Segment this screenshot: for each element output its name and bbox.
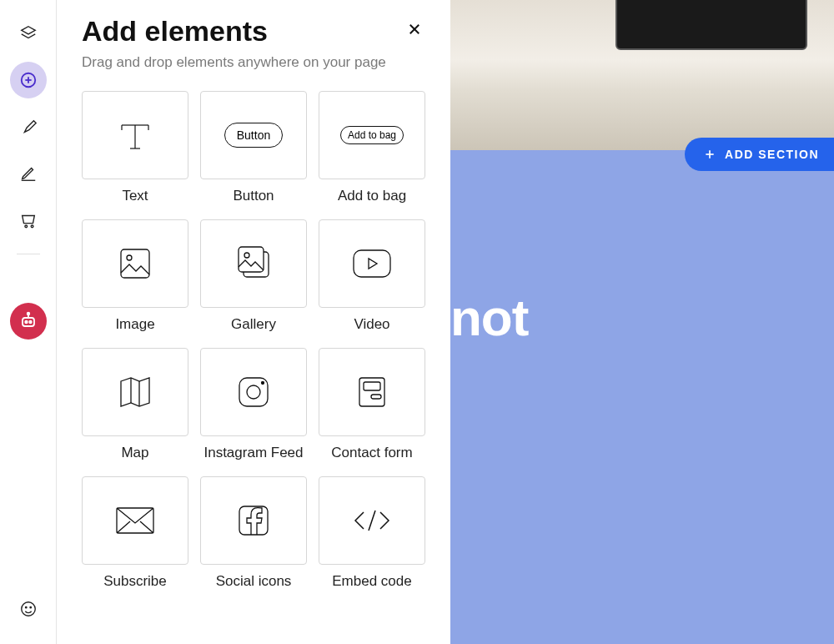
brush-tool[interactable] xyxy=(10,108,47,145)
svg-point-6 xyxy=(31,225,33,228)
close-button[interactable] xyxy=(404,18,425,40)
element-add-to-bag[interactable]: Add to bag Add to bag xyxy=(319,91,425,204)
element-gallery[interactable]: Gallery xyxy=(200,219,307,333)
svg-point-13 xyxy=(25,606,26,607)
code-icon xyxy=(349,506,395,536)
panel-title: Add elements xyxy=(82,15,268,48)
svg-rect-39 xyxy=(117,508,153,533)
device-bg xyxy=(615,0,807,50)
add-elements-panel: Add elements Drag and drop elements anyw… xyxy=(57,0,450,644)
svg-rect-27 xyxy=(239,247,264,272)
gallery-icon xyxy=(230,240,277,287)
element-social-icons[interactable]: Social icons xyxy=(200,476,307,590)
element-label: Social icons xyxy=(216,573,292,590)
cart-tool[interactable] xyxy=(10,202,47,239)
svg-marker-30 xyxy=(369,259,377,269)
add-element-tool[interactable] xyxy=(10,62,47,98)
button-icon: Button xyxy=(224,123,283,148)
element-label: Gallery xyxy=(231,316,276,333)
text-icon xyxy=(113,113,157,157)
envelope-icon xyxy=(112,503,158,538)
element-label: Image xyxy=(115,316,154,333)
close-icon xyxy=(407,22,422,37)
element-label: Text xyxy=(122,188,148,204)
brush-icon xyxy=(19,118,38,136)
svg-line-41 xyxy=(369,511,375,531)
svg-point-14 xyxy=(30,606,31,607)
element-label: Subscribe xyxy=(103,573,167,590)
elements-grid: Text Button Button Add to bag Add to bag… xyxy=(82,91,425,590)
video-icon xyxy=(349,245,395,282)
element-map[interactable]: Map xyxy=(82,348,188,461)
add-section-button[interactable]: ADD SECTION xyxy=(685,138,834,171)
element-image[interactable]: Image xyxy=(82,219,188,333)
form-icon xyxy=(353,373,391,411)
svg-marker-0 xyxy=(21,27,35,34)
element-text[interactable]: Text xyxy=(82,91,188,204)
svg-point-12 xyxy=(21,602,35,616)
svg-rect-40 xyxy=(239,506,268,535)
addtobag-icon: Add to bag xyxy=(340,126,404,144)
svg-rect-37 xyxy=(364,382,380,390)
feedback-tool[interactable] xyxy=(10,591,47,627)
facebook-icon xyxy=(234,501,273,540)
element-subscribe[interactable]: Subscribe xyxy=(82,476,188,590)
element-label: Contact form xyxy=(331,445,412,461)
svg-rect-24 xyxy=(121,249,149,278)
element-label: Add to bag xyxy=(338,188,406,204)
smile-icon xyxy=(19,600,38,618)
svg-point-11 xyxy=(27,313,29,315)
left-toolbar xyxy=(0,0,57,644)
element-label: Instagram Feed xyxy=(203,445,303,461)
element-label: Video xyxy=(354,316,389,333)
element-label: Embed code xyxy=(332,573,411,590)
image-icon xyxy=(114,243,156,284)
svg-point-25 xyxy=(127,255,132,260)
element-label: Button xyxy=(233,188,274,204)
svg-point-34 xyxy=(247,385,260,399)
panel-subtitle: Drag and drop elements anywhere on your … xyxy=(82,54,425,71)
svg-point-5 xyxy=(24,225,27,228)
element-contact-form[interactable]: Contact form xyxy=(319,348,425,461)
bg-text-fragment: not xyxy=(450,288,528,347)
layers-tool[interactable] xyxy=(10,15,47,52)
plus-icon xyxy=(703,148,716,161)
instagram-icon xyxy=(233,371,274,413)
pen-icon xyxy=(19,164,38,183)
svg-rect-38 xyxy=(371,395,381,399)
svg-point-8 xyxy=(25,321,28,324)
add-section-label: ADD SECTION xyxy=(725,148,819,161)
edit-tool[interactable] xyxy=(10,155,47,192)
element-embed-code[interactable]: Embed code xyxy=(319,476,425,590)
robot-icon xyxy=(18,311,38,331)
svg-rect-7 xyxy=(23,318,34,326)
map-icon xyxy=(114,371,156,413)
element-label: Map xyxy=(121,445,148,461)
element-button[interactable]: Button Button xyxy=(200,91,307,204)
svg-rect-29 xyxy=(354,250,390,277)
plus-circle-icon xyxy=(19,71,38,89)
sidebar-divider xyxy=(17,254,40,254)
element-instagram[interactable]: Instagram Feed xyxy=(200,348,307,461)
ai-tool[interactable] xyxy=(10,303,47,340)
layers-icon xyxy=(19,24,38,43)
svg-point-35 xyxy=(262,382,264,385)
svg-point-9 xyxy=(29,321,32,324)
element-video[interactable]: Video xyxy=(319,219,425,333)
cart-icon xyxy=(19,211,38,229)
